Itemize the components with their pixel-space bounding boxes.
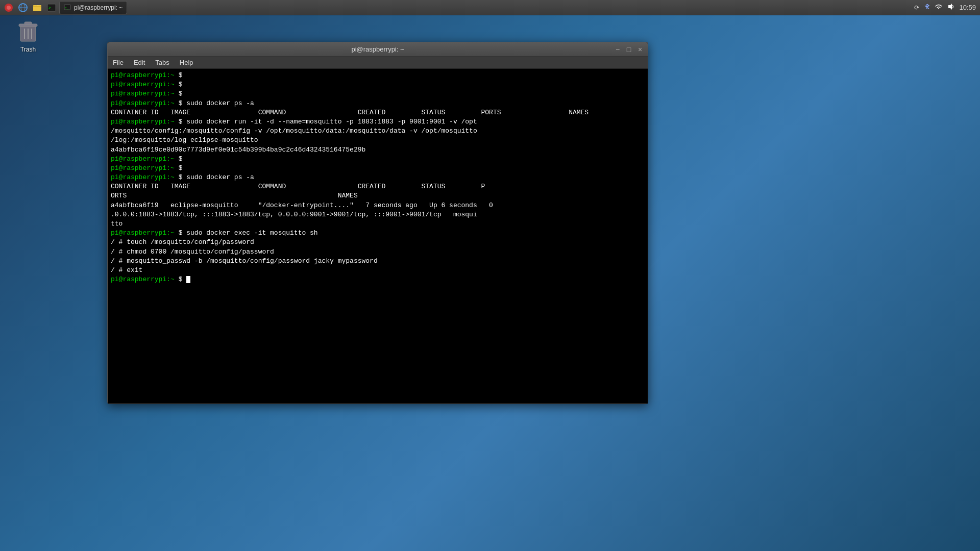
line-5: CONTAINER ID IMAGE COMMAND CREATED STATU… xyxy=(111,108,645,117)
line-20: / # chmod 0700 /mosquitto/config/passwor… xyxy=(111,247,645,257)
line-3: pi@raspberrypi:~ $ xyxy=(111,89,645,98)
line-13: CONTAINER ID IMAGE COMMAND CREATED STATU… xyxy=(111,182,645,191)
terminal-titlebar: pi@raspberrypi: ~ − □ × xyxy=(108,42,648,57)
cursor xyxy=(186,276,190,283)
line-21: / # mosquitto_passwd -b /mosquitto/confi… xyxy=(111,257,645,266)
taskbar-left: >_ >_ pi@raspberrypi: ~ xyxy=(0,1,127,14)
line-14: ORTS NAMES xyxy=(111,191,645,201)
volume-icon[interactable] xyxy=(947,3,955,12)
taskbar-terminal-icon[interactable]: >_ xyxy=(45,1,58,14)
active-app-label: pi@raspberrypi: ~ xyxy=(74,4,122,11)
svg-rect-13 xyxy=(24,22,32,24)
taskbar: >_ >_ pi@raspberrypi: ~ ⟳ xyxy=(0,0,980,15)
line-17: tto xyxy=(111,219,645,229)
terminal-window: pi@raspberrypi: ~ − □ × File Edit Tabs H… xyxy=(107,42,648,404)
line-15: a4abfbca6f19 eclipse-mosquitto "/docker-… xyxy=(111,201,645,210)
line-18: pi@raspberrypi:~ $ sudo docker exec -it … xyxy=(111,229,645,238)
line-8: /log:/mosquitto/log eclipse-mosquitto xyxy=(111,136,645,145)
terminal-body[interactable]: pi@raspberrypi:~ $ pi@raspberrypi:~ $ pi… xyxy=(108,69,648,404)
svg-marker-10 xyxy=(948,4,952,10)
line-22: / # exit xyxy=(111,266,645,275)
line-10: pi@raspberrypi:~ $ xyxy=(111,155,645,164)
menu-tabs[interactable]: Tabs xyxy=(150,57,174,68)
trash-label: Trash xyxy=(20,46,36,53)
browser-icon[interactable] xyxy=(16,1,30,14)
terminal-menubar: File Edit Tabs Help xyxy=(108,57,648,69)
trash-icon[interactable]: Trash xyxy=(10,19,46,53)
line-23: pi@raspberrypi:~ $ xyxy=(111,275,645,284)
system-icon[interactable]: ⟳ xyxy=(914,4,919,11)
svg-point-1 xyxy=(7,6,11,10)
line-6: pi@raspberrypi:~ $ sudo docker run -it -… xyxy=(111,117,645,127)
svg-text:>_: >_ xyxy=(65,6,69,10)
menu-file[interactable]: File xyxy=(108,57,129,68)
active-terminal-app[interactable]: >_ pi@raspberrypi: ~ xyxy=(59,1,127,14)
line-12: pi@raspberrypi:~ $ sudo docker ps -a xyxy=(111,173,645,182)
wifi-icon[interactable] xyxy=(935,3,943,12)
menu-edit[interactable]: Edit xyxy=(129,57,150,68)
bluetooth-icon[interactable] xyxy=(923,3,930,12)
terminal-maximize-btn[interactable]: □ xyxy=(624,45,633,54)
desktop: >_ >_ pi@raspberrypi: ~ ⟳ xyxy=(0,0,980,551)
menu-help[interactable]: Help xyxy=(175,57,199,68)
line-19: / # touch /mosquitto/config/password xyxy=(111,238,645,247)
taskbar-right: ⟳ 10:59 xyxy=(914,3,980,12)
line-16: .0.0.0:1883->1883/tcp, :::1883->1883/tcp… xyxy=(111,210,645,219)
terminal-title: pi@raspberrypi: ~ xyxy=(351,45,404,53)
terminal-controls: − □ × xyxy=(613,45,645,54)
line-9: a4abfbca6f19ce0d90c7773d9ef0e01c54b399b4… xyxy=(111,145,645,155)
line-1: pi@raspberrypi:~ $ xyxy=(111,71,645,80)
terminal-close-btn[interactable]: × xyxy=(635,45,645,54)
trash-icon-img xyxy=(16,19,40,44)
file-manager-icon[interactable] xyxy=(31,1,44,14)
raspberry-pi-icon[interactable] xyxy=(2,1,15,14)
line-2: pi@raspberrypi:~ $ xyxy=(111,80,645,89)
clock: 10:59 xyxy=(959,4,976,11)
svg-text:>_: >_ xyxy=(48,6,54,10)
terminal-minimize-btn[interactable]: − xyxy=(613,45,622,54)
line-11: pi@raspberrypi:~ $ xyxy=(111,164,645,173)
line-7: /mosquitto/config:/mosquitto/config -v /… xyxy=(111,127,645,136)
line-4: pi@raspberrypi:~ $ sudo docker ps -a xyxy=(111,99,645,108)
